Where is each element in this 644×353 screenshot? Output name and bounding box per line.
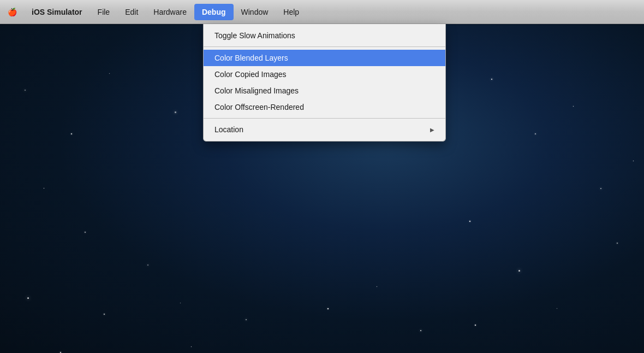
app-name[interactable]: iOS Simulator — [24, 4, 90, 20]
menu-item-color-blended-layers[interactable]: Color Blended Layers — [204, 50, 445, 66]
star — [557, 308, 557, 309]
star — [617, 243, 618, 244]
apple-menu[interactable]: 🍎 — [0, 4, 24, 20]
apple-icon: 🍎 — [8, 8, 17, 16]
menu-edit[interactable]: Edit — [117, 4, 146, 20]
menu-item-label: Location — [214, 125, 243, 134]
star — [491, 79, 492, 80]
star — [104, 314, 105, 315]
debug-dropdown-menu: Toggle Slow Animations Color Blended Lay… — [203, 24, 446, 142]
star — [600, 188, 601, 189]
menu-window[interactable]: Window — [234, 4, 276, 20]
star — [175, 111, 176, 113]
menu-separator-2 — [204, 118, 445, 119]
menu-item-label: Color Copied Images — [214, 70, 287, 79]
star — [475, 325, 476, 326]
submenu-arrow-icon: ▶ — [430, 127, 434, 133]
star — [147, 264, 148, 266]
star — [27, 297, 29, 299]
menu-item-label: Color Offscreen-Rendered — [214, 103, 304, 111]
menu-item-color-copied-images[interactable]: Color Copied Images — [204, 66, 445, 83]
menu-item-label: Color Blended Layers — [214, 54, 288, 62]
star — [469, 221, 470, 222]
menu-separator-1 — [204, 46, 445, 47]
star — [191, 346, 192, 347]
star — [71, 133, 72, 134]
star — [633, 161, 634, 161]
menu-hardware[interactable]: Hardware — [146, 4, 194, 20]
menu-file[interactable]: File — [90, 4, 118, 20]
star — [85, 232, 86, 233]
star — [535, 133, 536, 134]
star — [327, 308, 329, 309]
star — [518, 270, 520, 272]
star — [60, 352, 61, 353]
star — [109, 73, 110, 74]
menu-item-color-misaligned-images[interactable]: Color Misaligned Images — [204, 83, 445, 99]
menu-item-toggle-slow-animations[interactable]: Toggle Slow Animations — [204, 27, 445, 44]
menubar: 🍎 iOS Simulator File Edit Hardware Debug… — [0, 0, 644, 24]
menu-help[interactable]: Help — [276, 4, 307, 20]
star — [44, 188, 44, 189]
menu-item-color-offscreen-rendered[interactable]: Color Offscreen-Rendered — [204, 99, 445, 115]
star — [246, 319, 247, 320]
menu-debug[interactable]: Debug — [194, 4, 234, 20]
menu-item-label: Toggle Slow Animations — [214, 31, 295, 40]
star — [573, 106, 574, 107]
star — [420, 330, 421, 331]
star — [180, 303, 181, 303]
star — [377, 286, 377, 287]
menu-item-label: Color Misaligned Images — [214, 86, 299, 95]
star — [25, 90, 26, 91]
menu-item-location[interactable]: Location ▶ — [204, 121, 445, 138]
